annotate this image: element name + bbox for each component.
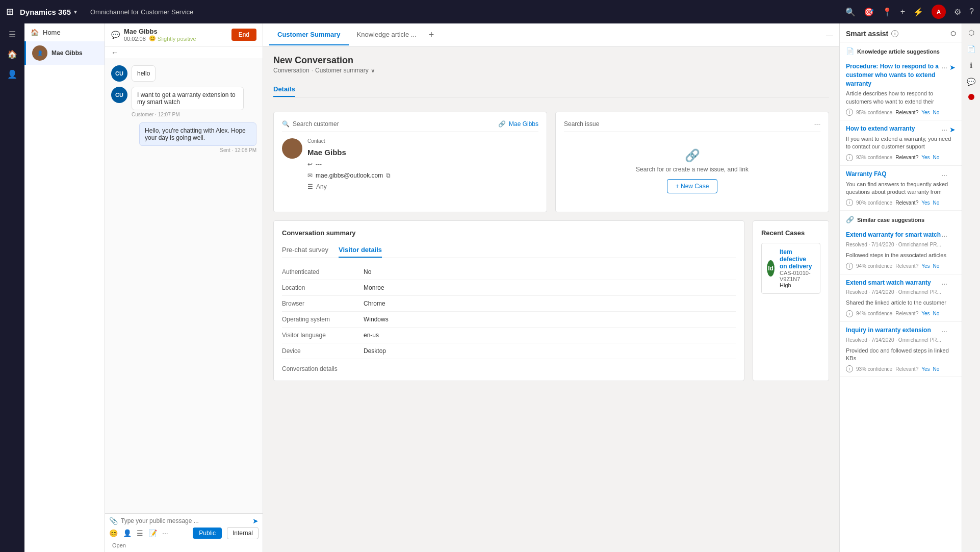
smart-assist-expand-icon[interactable]: ⬡ <box>950 30 956 37</box>
home-sidebar-icon[interactable]: 🏠 <box>7 49 17 59</box>
location-icon[interactable]: 📍 <box>882 7 892 17</box>
tabs-bar: Customer Summary Knowledge article ... +… <box>263 23 839 47</box>
emoji-icon[interactable]: 😊 <box>109 529 118 537</box>
new-case-button[interactable]: + New Case <box>667 179 718 193</box>
article-2-relevant: Relevant? <box>895 155 918 160</box>
case-3-no[interactable]: No <box>933 366 940 372</box>
send-icon[interactable]: ➤ <box>252 517 259 525</box>
article-3-title[interactable]: Warranty FAQ <box>846 170 956 179</box>
calendar-icon[interactable]: 🎯 <box>864 7 874 17</box>
details-tab[interactable]: Details <box>273 82 295 97</box>
lang-label: Visitor language <box>282 332 364 339</box>
public-button[interactable]: Public <box>193 528 222 539</box>
chat-icon: 💬 <box>111 31 120 39</box>
copy-icon[interactable]: ⧉ <box>386 172 391 179</box>
contact-email[interactable]: mae.gibbs@outlook.com <box>316 172 383 179</box>
case-3-yes[interactable]: Yes <box>921 366 930 372</box>
article-2-title[interactable]: How to extend warranty <box>846 124 956 133</box>
case-info: Item defective on delivery CAS-01010-V9Z… <box>780 248 815 288</box>
link-icon: 🔗 <box>685 148 700 163</box>
search-customer-label[interactable]: Search customer <box>293 120 339 128</box>
chat-input-row: 📎 ➤ <box>109 517 259 525</box>
case-1-no[interactable]: No <box>933 263 940 269</box>
smart-assist-info-icon[interactable]: i <box>891 30 898 37</box>
location-label: Location <box>282 284 364 291</box>
case-1-more-icon[interactable]: ··· <box>941 232 947 240</box>
article-3-no[interactable]: No <box>933 200 940 206</box>
agent-sidebar-icon[interactable]: 👤 <box>7 69 17 79</box>
content-area: New Conversation Conversation · Customer… <box>263 47 839 552</box>
article-2-send-icon[interactable]: ➤ <box>949 126 956 134</box>
device-value: Desktop <box>364 347 386 355</box>
article-2-more-icon[interactable]: ··· <box>941 126 947 134</box>
end-button[interactable]: End <box>231 29 256 41</box>
article-3-more-icon[interactable]: ··· <box>941 171 947 179</box>
right-edge-chat-icon[interactable]: 💬 <box>967 78 975 86</box>
case-1-yes[interactable]: Yes <box>921 263 930 269</box>
case-2-more-icon[interactable]: ··· <box>941 280 947 288</box>
help-icon[interactable]: ? <box>969 7 974 16</box>
contact-info: Mae Gibbs 00:02:08 😊 Slightly positive <box>124 28 196 42</box>
article-2-yes[interactable]: Yes <box>921 155 930 160</box>
attachment-icon[interactable]: 📎 <box>109 517 118 525</box>
case-1-title[interactable]: Extend warranty for smart watch <box>846 231 956 239</box>
article-3-yes[interactable]: Yes <box>921 200 930 206</box>
user-avatar[interactable]: A <box>932 5 946 19</box>
tab-minimize-icon[interactable]: — <box>826 31 833 39</box>
top-nav-actions: 🔍 🎯 📍 + ⚡ A ⚙ ? <box>845 5 974 19</box>
more-icon[interactable]: ··· <box>162 529 168 537</box>
case-3-title[interactable]: Inquiry in warranty extension <box>846 326 956 335</box>
case-item[interactable]: Id Item defective on delivery CAS-01010-… <box>761 243 820 294</box>
smart-assist-panel: Smart assist i ⬡ 📄 Knowledge article sug… <box>839 23 962 552</box>
recent-cases-title: Recent Cases <box>761 229 820 237</box>
add-icon[interactable]: + <box>900 7 905 16</box>
home-nav-item[interactable]: 🏠 Home <box>24 23 105 41</box>
right-edge-info-icon[interactable]: ℹ <box>970 61 972 69</box>
article-1-send-icon[interactable]: ➤ <box>949 63 956 71</box>
person-icon[interactable]: 👤 <box>123 529 132 537</box>
home-icon: 🏠 <box>31 29 39 36</box>
article-1-more-icon[interactable]: ··· <box>941 63 947 71</box>
case-1-meta: Resolved · 7/14/2020 · Omnichannel PR... <box>846 241 956 248</box>
right-edge-knowledge-icon[interactable]: 📄 <box>967 45 975 53</box>
tab-customer-summary[interactable]: Customer Summary <box>269 24 349 45</box>
pre-chat-tab[interactable]: Pre-chat survey <box>282 243 328 258</box>
settings-icon[interactable]: ⚙ <box>954 7 961 17</box>
case-2-yes[interactable]: Yes <box>921 311 930 316</box>
case-1-meta-row: i 94% confidence Relevant? Yes No <box>846 263 956 270</box>
chat-navigation: ← <box>105 46 263 59</box>
article-2-desc: If you want to extend a warranty, you ne… <box>846 135 956 151</box>
agent-session-item[interactable]: 👤 Mae Gibbs <box>24 41 105 65</box>
list-icon[interactable]: ☰ <box>137 529 143 537</box>
article-1-title[interactable]: Procedure: How to respond to a customer … <box>846 62 956 88</box>
visitor-details-tab[interactable]: Visitor details <box>339 243 382 258</box>
case-2-title[interactable]: Extend smart watch warranty <box>846 279 956 287</box>
case-id: CAS-01010-V9Z1N7 <box>780 270 815 282</box>
article-1-yes[interactable]: Yes <box>921 110 930 115</box>
case-3-more-icon[interactable]: ··· <box>941 327 947 335</box>
notes-icon[interactable]: 📝 <box>148 529 157 537</box>
chat-message-3: Hello, you're chatting with Alex. Hope y… <box>111 122 256 153</box>
any-icon: ☰ <box>307 183 313 190</box>
internal-button[interactable]: Internal <box>227 527 259 539</box>
article-2-no[interactable]: No <box>933 155 940 160</box>
tab-add-button[interactable]: + <box>425 30 439 40</box>
case-2-no[interactable]: No <box>933 311 940 316</box>
chat-input[interactable] <box>121 517 249 524</box>
browser-value: Chrome <box>364 300 385 307</box>
brand-name: Dynamics 365 ▼ <box>20 8 78 16</box>
linked-customer-name[interactable]: Mae Gibbs <box>509 120 538 128</box>
article-1-no[interactable]: No <box>933 110 940 115</box>
case-title[interactable]: Item defective on delivery <box>780 248 815 270</box>
filter-icon[interactable]: ⚡ <box>913 7 923 17</box>
hamburger-icon[interactable]: ☰ <box>9 30 16 39</box>
app-name: Omnichannel for Customer Service <box>90 8 193 16</box>
search-issue-label[interactable]: Search issue <box>564 120 599 128</box>
grid-icon[interactable]: ⊞ <box>6 6 14 17</box>
tab-knowledge-article[interactable]: Knowledge article ... <box>349 24 425 45</box>
search-customer-icon: 🔍 <box>282 120 290 128</box>
search-icon[interactable]: 🔍 <box>845 7 856 17</box>
brand-caret-icon[interactable]: ▼ <box>73 9 78 15</box>
back-arrow-icon[interactable]: ← <box>111 48 118 57</box>
right-edge-expand-icon[interactable]: ⬡ <box>968 29 974 37</box>
